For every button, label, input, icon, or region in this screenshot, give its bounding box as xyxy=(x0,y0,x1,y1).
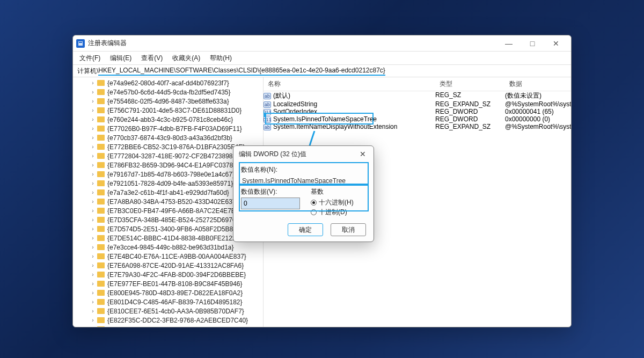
tree-item[interactable]: ›{e7e3cce4-9845-449c-b882-be963d31bd1a} xyxy=(73,243,263,252)
radio-dec[interactable]: 十进制(D) xyxy=(311,207,366,217)
tree-item[interactable]: ›{e760e244-abb3-4c3c-b925-0781c8ceb46c} xyxy=(73,115,263,124)
ok-button[interactable]: 确定 xyxy=(288,223,323,236)
col-data[interactable]: 数据 xyxy=(505,77,571,91)
minimize-button[interactable]: — xyxy=(497,35,521,52)
close-button[interactable]: ✕ xyxy=(544,35,568,52)
window-title: 注册表编辑器 xyxy=(88,39,497,48)
cancel-button[interactable]: 取消 xyxy=(331,223,366,236)
tree-item[interactable]: ›{e770cb37-6874-43c9-80d3-a43a36d2bf3b} xyxy=(73,133,263,142)
tree-item[interactable]: ›{E7E977EF-BE01-447B-8108-B9C84F45B946} xyxy=(73,279,263,288)
menu-fav[interactable]: 收藏夹(A) xyxy=(168,53,204,64)
col-type[interactable]: 类型 xyxy=(435,77,505,91)
edit-dword-dialog: 编辑 DWORD (32 位)值 ✕ 数值名称(N): System.IsPin… xyxy=(233,145,374,242)
app-icon xyxy=(76,39,85,48)
value-data-input[interactable] xyxy=(241,198,300,209)
tree-item[interactable]: ›{e82a2d71-5b2f-43a0-97b8-81be15854de8} xyxy=(73,325,263,327)
value-name-text: System.IsPinnedToNameSpaceTree xyxy=(241,176,366,186)
menubar: 文件(F) 编辑(E) 查看(V) 收藏夹(A) 帮助(H) xyxy=(73,52,571,64)
address-prefix: 计算机\ xyxy=(77,67,98,76)
value-data-label: 数值数据(V): xyxy=(241,187,300,196)
tree-item[interactable]: ›{e74a9e62-080d-40f7-acaf-dd4b076923f7} xyxy=(73,78,263,87)
menu-file[interactable]: 文件(F) xyxy=(75,53,105,64)
arrow-annotation-1 xyxy=(264,83,272,128)
tree-item[interactable]: ›{E7E79A30-4F2C-4FAB-8D00-394F2D6BBEBE} xyxy=(73,270,263,279)
tree-item[interactable]: ›{E77026B0-B97F-4dbb-B7FB-F4F03AD69F11} xyxy=(73,124,263,133)
col-name[interactable]: 名称 xyxy=(264,77,435,91)
value-name-label: 数值名称(N): xyxy=(241,165,366,174)
address-path: HKEY_LOCAL_MACHINE\SOFTWARE\Classes\CLSI… xyxy=(98,67,385,76)
menu-view[interactable]: 查看(V) xyxy=(137,53,167,64)
tree-item[interactable]: ›{e74e57b0-6c6d-44d5-9cda-fb2df5ed7435} xyxy=(73,87,263,97)
tree-item[interactable]: ›{e755468c-02f5-4d96-8487-3be68ffe633a} xyxy=(73,97,263,106)
svg-rect-1 xyxy=(79,42,82,43)
menu-edit[interactable]: 编辑(E) xyxy=(106,53,136,64)
tree-item[interactable]: ›{E800E945-780D-48D3-89E7-D822EA18F0A2} xyxy=(73,288,263,297)
tree-item[interactable]: ›{E822F35C-DDC2-3FB2-9768-A2AEBCED7C40} xyxy=(73,316,263,325)
base-label: 基数 xyxy=(311,187,366,196)
tree-item[interactable]: ›{E7E4BC40-E76A-11CE-A9BB-00AA004AE837} xyxy=(73,252,263,261)
radio-hex[interactable]: 十六进制(H) xyxy=(311,198,366,207)
tree-item[interactable]: ›{E756C791-2001-4de5-83C7-DE61D88831D0} xyxy=(73,106,263,115)
titlebar[interactable]: 注册表编辑器 — □ ✕ xyxy=(73,35,571,52)
menu-help[interactable]: 帮助(H) xyxy=(206,53,236,64)
tree-item[interactable]: ›{E7E6A098-87CE-420D-91AE-413312AC8FA6} xyxy=(73,261,263,270)
dialog-close-button[interactable]: ✕ xyxy=(352,146,374,162)
tree-item[interactable]: ›{E801D4C9-C485-46AF-B839-7A16D4895182} xyxy=(73,297,263,306)
address-bar[interactable]: 计算机\ HKEY_LOCAL_MACHINE\SOFTWARE\Classes… xyxy=(73,64,571,77)
tree-item[interactable]: ›{E810CEE7-6E51-4cb0-AA3A-0B985B70DAF7} xyxy=(73,306,263,316)
maximize-button[interactable]: □ xyxy=(521,35,544,52)
